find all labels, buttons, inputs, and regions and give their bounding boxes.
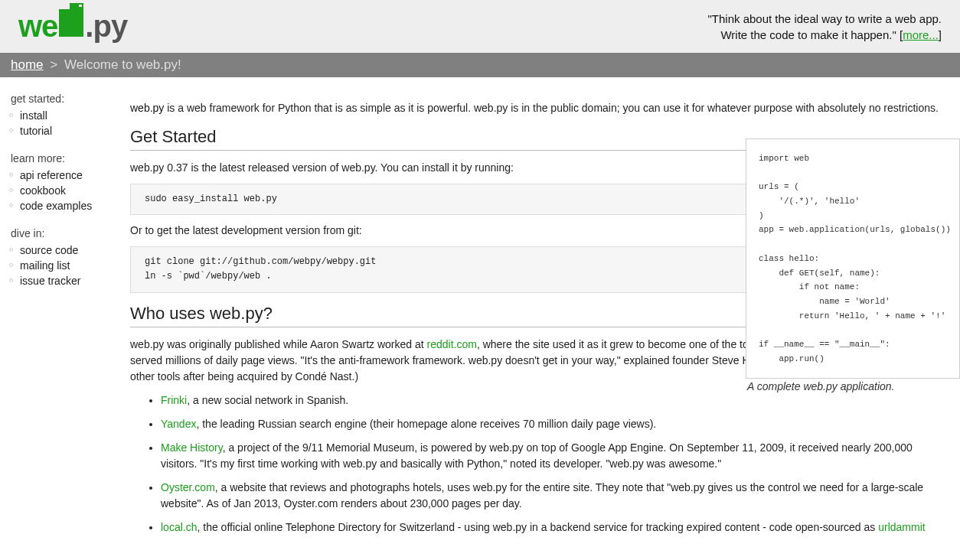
reddit-link[interactable]: reddit.com (427, 338, 477, 350)
sidebar-group-title: dive in: (11, 227, 121, 239)
intro-paragraph: web.py is a web framework for Python tha… (130, 100, 939, 116)
code-sample-box: import web urls = ( '/(.*)', 'hello' ) a… (746, 138, 960, 379)
header-bar: we .py "Think about the ideal way to wri… (0, 0, 960, 53)
sidebar-group-get-started: get started: install tutorial (11, 93, 121, 138)
sidebar: get started: install tutorial learn more… (0, 93, 130, 543)
tagline-line2-pre: Write the code to make it happen." [ (720, 28, 903, 41)
breadcrumb: home > Welcome to web.py! (0, 53, 960, 77)
tagline-line1: "Think about the ideal way to write a we… (707, 12, 942, 25)
list-item: Yandex, the leading Russian search engin… (161, 416, 939, 432)
sidebar-item-install[interactable]: install (20, 108, 121, 123)
tagline-more-link[interactable]: more... (903, 28, 939, 41)
breadcrumb-current: Welcome to web.py! (64, 57, 181, 72)
oyster-link[interactable]: Oyster.com (161, 481, 215, 493)
sidebar-item-cookbook[interactable]: cookbook (20, 183, 121, 198)
breadcrumb-home-link[interactable]: home (11, 57, 44, 72)
sidebar-group-title: get started: (11, 93, 121, 105)
sidebar-item-source-code[interactable]: source code (20, 243, 121, 258)
sidebar-group-learn-more: learn more: api reference cookbook code … (11, 152, 121, 213)
code-sample-caption: A complete web.py application. (746, 376, 960, 397)
sidebar-item-code-examples[interactable]: code examples (20, 198, 121, 213)
urldammit-link[interactable]: urldammit (878, 521, 925, 533)
localch-link[interactable]: local.ch (161, 521, 197, 533)
tagline: "Think about the ideal way to write a we… (707, 11, 942, 43)
main-content: import web urls = ( '/(.*)', 'hello' ) a… (130, 93, 960, 543)
tagline-line2-post: ] (939, 28, 942, 41)
make-history-link[interactable]: Make History (161, 441, 223, 454)
sidebar-item-api-reference[interactable]: api reference (20, 168, 121, 183)
logo-text-we: we (18, 9, 57, 44)
breadcrumb-separator: > (50, 57, 57, 72)
intro-lead: web.py (130, 102, 164, 114)
logo-snake-icon (59, 9, 83, 37)
list-item: local.ch, the official online Telephone … (161, 519, 939, 536)
yandex-link[interactable]: Yandex (161, 418, 196, 430)
sidebar-item-mailing-list[interactable]: mailing list (20, 258, 121, 273)
list-item: Oyster.com, a website that reviews and p… (161, 480, 939, 512)
list-item: Make History, a project of the 9/11 Memo… (161, 440, 939, 472)
who-uses-list: Frinki, a new social network in Spanish.… (130, 392, 939, 536)
sidebar-group-dive-in: dive in: source code mailing list issue … (11, 227, 121, 288)
sidebar-item-tutorial[interactable]: tutorial (20, 123, 121, 138)
intro-rest: is a web framework for Python that is as… (164, 102, 939, 114)
logo[interactable]: we .py (18, 9, 127, 44)
logo-text-py: .py (85, 9, 127, 44)
sidebar-group-title: learn more: (11, 152, 121, 164)
frinki-link[interactable]: Frinki (161, 394, 187, 406)
sidebar-item-issue-tracker[interactable]: issue tracker (20, 273, 121, 288)
